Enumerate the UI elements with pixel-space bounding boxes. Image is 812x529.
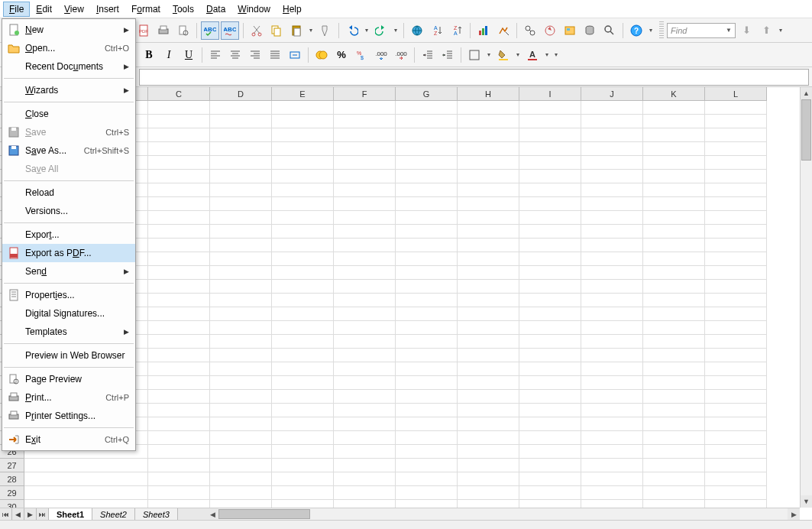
cell[interactable] (519, 197, 581, 211)
cell[interactable] (148, 183, 210, 197)
cell[interactable] (210, 211, 272, 225)
cell[interactable] (272, 472, 334, 486)
cell[interactable] (581, 307, 643, 321)
cell[interactable] (458, 294, 519, 307)
cell[interactable] (396, 472, 458, 486)
cell[interactable] (519, 445, 581, 459)
cell[interactable] (458, 417, 519, 431)
cell[interactable] (705, 445, 767, 459)
cell[interactable] (396, 170, 458, 183)
cell[interactable] (705, 417, 767, 431)
menu-item-digital-signatures[interactable]: Digital Signatures... (2, 304, 135, 323)
cell[interactable] (148, 486, 210, 500)
sheet-tab[interactable]: Sheet2 (92, 508, 135, 521)
scroll-right-button[interactable]: ▶ (788, 508, 800, 520)
cell[interactable] (705, 307, 767, 321)
cell[interactable] (334, 225, 396, 239)
cell[interactable] (334, 500, 396, 508)
menu-item-open[interactable]: Open...Ctrl+O (2, 39, 135, 57)
cell[interactable] (519, 170, 581, 183)
cell[interactable] (148, 225, 210, 239)
cut-button[interactable] (247, 21, 266, 40)
cell[interactable] (705, 156, 767, 170)
cell[interactable] (705, 390, 767, 404)
cell[interactable] (458, 211, 519, 225)
cell[interactable] (210, 335, 272, 349)
cell[interactable] (334, 252, 396, 266)
cell[interactable] (210, 417, 272, 431)
last-sheet-button[interactable]: ⏭ (37, 508, 49, 521)
cell[interactable] (705, 280, 767, 294)
cell[interactable] (396, 225, 458, 239)
menu-item-exit[interactable]: ExitCtrl+Q (2, 430, 135, 449)
cell[interactable] (519, 321, 581, 335)
cell[interactable] (396, 239, 458, 252)
cell[interactable] (705, 500, 767, 508)
cell[interactable] (519, 472, 581, 486)
cell[interactable] (272, 500, 334, 508)
cell[interactable] (643, 486, 705, 500)
cell[interactable] (705, 349, 767, 362)
copy-button[interactable] (267, 21, 286, 40)
scroll-thumb[interactable] (218, 509, 310, 519)
cell[interactable] (334, 142, 396, 156)
sheet-tab[interactable]: Sheet3 (135, 508, 178, 521)
cell[interactable] (643, 115, 705, 128)
cell[interactable] (396, 486, 458, 500)
cell[interactable] (272, 211, 334, 225)
increase-indent-button[interactable] (438, 46, 457, 64)
bg-color-button[interactable] (494, 46, 513, 64)
cell[interactable] (458, 156, 519, 170)
menu-tools[interactable]: Tools (167, 2, 200, 17)
paste-dropdown[interactable]: ▾ (307, 21, 315, 40)
menu-file[interactable]: File (3, 2, 30, 17)
menu-item-printer-settings[interactable]: Printer Settings... (2, 407, 135, 425)
cell[interactable] (396, 335, 458, 349)
cell[interactable] (210, 197, 272, 211)
cell[interactable] (272, 404, 334, 417)
cell[interactable] (705, 211, 767, 225)
menu-item-properties[interactable]: Properties... (2, 286, 135, 304)
cell[interactable] (148, 197, 210, 211)
cell[interactable] (334, 459, 396, 472)
sort-asc-button[interactable]: AZ (428, 21, 446, 40)
sheet-tab[interactable]: Sheet1 (49, 508, 92, 521)
menu-item-export[interactable]: Export... (2, 226, 135, 244)
cell[interactable] (458, 101, 519, 115)
find-replace-button[interactable] (521, 21, 539, 40)
cell[interactable] (458, 362, 519, 376)
cell[interactable] (581, 266, 643, 280)
cell[interactable] (334, 404, 396, 417)
cell[interactable] (272, 170, 334, 183)
cell[interactable] (643, 349, 705, 362)
cell[interactable] (334, 101, 396, 115)
borders-button[interactable] (465, 46, 484, 64)
cell[interactable] (581, 252, 643, 266)
cell[interactable] (581, 390, 643, 404)
cell[interactable] (210, 390, 272, 404)
next-sheet-button[interactable]: ▶ (24, 508, 37, 521)
menu-view[interactable]: View (58, 2, 90, 17)
cell[interactable] (519, 362, 581, 376)
decrease-indent-button[interactable] (419, 46, 437, 64)
first-sheet-button[interactable]: ⏮ (0, 508, 12, 521)
column-header[interactable]: G (396, 87, 458, 101)
cell[interactable] (581, 183, 643, 197)
zoom-button[interactable] (600, 21, 619, 40)
cell[interactable] (334, 211, 396, 225)
cell[interactable] (396, 500, 458, 508)
cell[interactable] (458, 252, 519, 266)
cell[interactable] (458, 142, 519, 156)
cell[interactable] (334, 321, 396, 335)
cell[interactable] (210, 266, 272, 280)
cell[interactable] (519, 349, 581, 362)
cell[interactable] (643, 431, 705, 445)
vertical-scrollbar[interactable]: ▲ ▼ (800, 87, 812, 508)
data-sources-button[interactable] (581, 21, 599, 40)
cell[interactable] (396, 142, 458, 156)
scroll-thumb[interactable] (801, 99, 811, 161)
cell[interactable] (272, 156, 334, 170)
cell[interactable] (581, 472, 643, 486)
cell[interactable] (396, 183, 458, 197)
cell[interactable] (272, 197, 334, 211)
